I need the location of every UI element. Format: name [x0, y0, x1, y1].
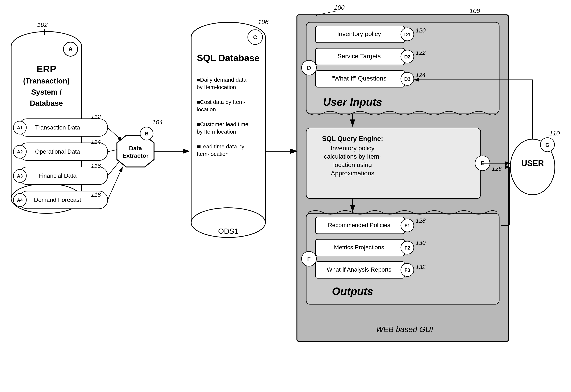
svg-text:124: 124: [416, 72, 426, 78]
svg-text:110: 110: [549, 130, 560, 137]
svg-rect-81: [315, 70, 405, 87]
svg-text:ODS1: ODS1: [218, 227, 239, 235]
svg-point-113: [401, 264, 414, 276]
svg-text:A2: A2: [17, 149, 23, 154]
svg-point-12: [13, 121, 26, 134]
svg-text:100: 100: [334, 4, 345, 11]
svg-point-49: [248, 30, 263, 44]
svg-text:User Inputs: User Inputs: [323, 96, 382, 108]
svg-rect-101: [315, 217, 405, 234]
svg-point-118: [510, 139, 555, 195]
svg-text:A1: A1: [17, 125, 23, 130]
svg-text:118: 118: [91, 191, 101, 198]
svg-text:USER: USER: [521, 159, 544, 168]
svg-point-73: [401, 28, 414, 41]
svg-text:"What If" Questions: "What If" Questions: [332, 75, 386, 82]
svg-text:122: 122: [416, 49, 426, 56]
svg-text:(Transaction): (Transaction): [23, 77, 70, 85]
svg-text:B: B: [145, 131, 148, 137]
svg-marker-67: [315, 14, 318, 16]
svg-text:Metrics Projections: Metrics Projections: [334, 244, 384, 251]
svg-text:A: A: [68, 46, 72, 52]
svg-text:Recommended Policies: Recommended Policies: [328, 222, 390, 228]
svg-text:112: 112: [91, 113, 101, 120]
svg-point-48: [191, 208, 265, 238]
svg-text:130: 130: [416, 239, 426, 246]
svg-point-16: [13, 145, 26, 158]
svg-text:D2: D2: [404, 54, 410, 59]
svg-rect-98: [306, 213, 499, 304]
svg-point-83: [401, 72, 414, 85]
svg-text:Transaction Data: Transaction Data: [35, 124, 80, 131]
svg-text:A3: A3: [17, 173, 23, 179]
svg-text:Item-location: Item-location: [197, 151, 229, 157]
svg-point-108: [401, 241, 414, 254]
svg-text:128: 128: [416, 217, 426, 224]
svg-rect-11: [19, 119, 108, 136]
svg-text:126: 126: [492, 165, 502, 172]
svg-line-36: [108, 167, 122, 200]
svg-text:114: 114: [91, 138, 101, 145]
svg-text:F1: F1: [405, 223, 410, 228]
svg-rect-63: [297, 15, 508, 341]
svg-line-33: [108, 128, 122, 141]
svg-marker-37: [117, 135, 154, 167]
svg-text:■Cost data by Item-: ■Cost data by Item-: [197, 99, 245, 105]
svg-text:Approximations: Approximations: [331, 169, 374, 177]
svg-text:116: 116: [91, 163, 101, 169]
svg-point-44: [191, 22, 265, 52]
svg-text:Demand Forecast: Demand Forecast: [34, 196, 81, 203]
svg-text:D: D: [307, 65, 311, 71]
svg-point-4: [11, 184, 82, 213]
svg-text:by Item-location: by Item-location: [197, 128, 236, 135]
svg-point-20: [13, 169, 26, 182]
svg-point-0: [11, 31, 82, 61]
svg-rect-68: [306, 22, 499, 113]
svg-text:D1: D1: [404, 32, 410, 37]
svg-text:What-if Analysis Reports: What-if Analysis Reports: [327, 266, 392, 273]
svg-text:A4: A4: [17, 197, 23, 203]
svg-text:■Daily demand data: ■Daily demand data: [197, 77, 247, 83]
svg-text:106: 106: [258, 18, 269, 25]
diagram-container: A ERP (Transaction) System / Database A1…: [0, 0, 571, 392]
svg-text:C: C: [253, 34, 257, 40]
svg-text:F: F: [307, 256, 311, 262]
svg-text:location using: location using: [333, 161, 372, 168]
svg-text:Data: Data: [129, 145, 142, 152]
svg-text:WEB based GUI: WEB based GUI: [376, 325, 433, 334]
svg-point-24: [13, 194, 26, 207]
svg-point-120: [540, 138, 555, 152]
svg-text:104: 104: [152, 119, 163, 126]
svg-text:calculations by Item-: calculations by Item-: [324, 153, 381, 160]
svg-rect-88: [306, 128, 481, 198]
svg-text:120: 120: [416, 27, 426, 34]
svg-text:F2: F2: [405, 245, 410, 251]
svg-text:SQL Database: SQL Database: [197, 53, 260, 63]
svg-text:Inventory policy: Inventory policy: [331, 144, 374, 152]
svg-text:Financial Data: Financial Data: [39, 172, 77, 179]
svg-rect-23: [19, 191, 108, 209]
svg-text:Inventory policy: Inventory policy: [337, 30, 381, 37]
svg-text:location: location: [197, 106, 216, 112]
svg-text:Extractor: Extractor: [122, 152, 149, 159]
svg-rect-45: [191, 37, 265, 223]
svg-text:Database: Database: [30, 99, 63, 107]
svg-line-34: [108, 148, 122, 152]
svg-text:Outputs: Outputs: [332, 285, 373, 297]
svg-text:System /: System /: [31, 88, 62, 96]
svg-point-103: [401, 219, 414, 232]
svg-text:102: 102: [37, 21, 48, 28]
svg-text:■Customer lead time: ■Customer lead time: [197, 121, 248, 127]
svg-rect-19: [19, 167, 108, 185]
svg-point-38: [140, 127, 153, 140]
svg-text:G: G: [545, 142, 549, 148]
svg-text:F3: F3: [405, 267, 410, 273]
svg-rect-1: [11, 46, 82, 198]
svg-rect-111: [315, 262, 405, 278]
svg-text:by Item-location: by Item-location: [197, 84, 236, 90]
svg-text:E: E: [481, 160, 484, 166]
svg-text:Service Targets: Service Targets: [337, 53, 381, 59]
svg-point-99: [301, 251, 316, 266]
svg-line-35: [108, 158, 122, 176]
svg-text:108: 108: [470, 7, 480, 14]
